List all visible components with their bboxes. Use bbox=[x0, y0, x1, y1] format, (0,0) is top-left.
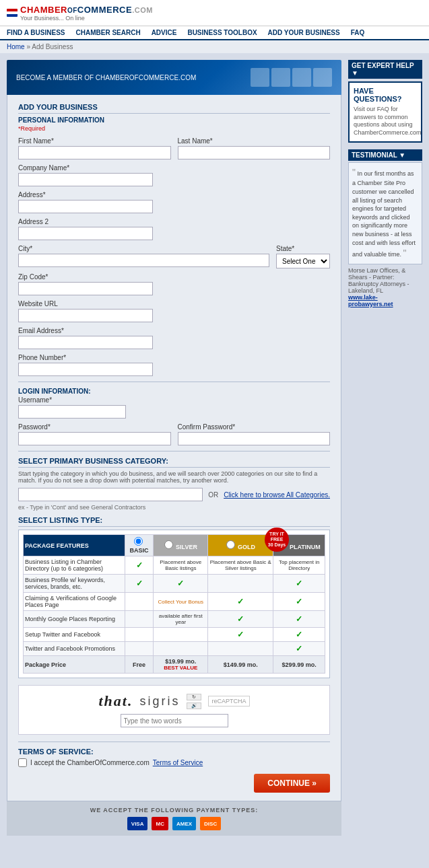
expert-help-section: GET EXPERT HELP ▼ HAVE QUESTIONS? Visit … bbox=[348, 60, 422, 143]
table-row: Twitter and Facebook Promotions ✓ bbox=[24, 642, 325, 656]
price-label: Package Price bbox=[24, 656, 125, 674]
company-name-input[interactable] bbox=[18, 173, 153, 186]
website-label: Website URL bbox=[18, 300, 330, 308]
nav-faq[interactable]: FAQ bbox=[351, 29, 365, 36]
browse-categories-link[interactable]: Click here to browse All Categories. bbox=[224, 491, 330, 499]
banner: BECOME A MEMBER OF CHAMBEROFCOMMERCE.COM bbox=[7, 60, 341, 95]
address2-row: Address 2 bbox=[18, 218, 330, 240]
quote-close: " bbox=[403, 248, 407, 258]
header: CHAMBEROFCOMMERCE.COM Your Business... O… bbox=[0, 0, 429, 26]
terms-check-row: I accept the ChamberOfCommerce.com Terms… bbox=[18, 758, 330, 767]
password-group: Password* bbox=[18, 423, 171, 445]
payment-footer: WE ACCEPT THE FOLLOWING PAYMENT TYPES: V… bbox=[7, 801, 341, 836]
captcha-word2: sigris bbox=[139, 694, 180, 709]
basic-3 bbox=[125, 593, 153, 611]
phone-input[interactable] bbox=[18, 363, 153, 376]
captcha-icon-1[interactable]: ↻ bbox=[187, 694, 201, 700]
name-row: First Name* Last Name* bbox=[18, 137, 330, 159]
try-badge-line2: FREE bbox=[271, 537, 284, 542]
confirm-password-input[interactable] bbox=[178, 432, 331, 445]
zip-row: Zip Code* bbox=[18, 273, 330, 295]
form-container: ADD YOUR BUSINESS PERSONAL INFORMATION *… bbox=[7, 95, 341, 801]
last-name-input[interactable] bbox=[178, 146, 331, 159]
main-layout: BECOME A MEMBER OF CHAMBEROFCOMMERCE.COM… bbox=[0, 53, 429, 842]
basic-6 bbox=[125, 642, 153, 656]
address-input[interactable] bbox=[18, 200, 153, 213]
try-it-badge: TRY IT FREE 30 Days bbox=[265, 528, 289, 552]
email-label: Email Address* bbox=[18, 327, 330, 334]
nav-bar: FIND A BUSINESS CHAMBER SEARCH ADVICE BU… bbox=[0, 26, 429, 40]
col-basic: BASIC bbox=[125, 535, 153, 556]
captcha-icon-2[interactable]: 🔊 bbox=[187, 702, 201, 709]
category-input-row: OR Click here to browse All Categories. bbox=[18, 488, 330, 501]
testimonial-detail: Bankruptcy Attorneys - Lakeland, FL bbox=[348, 281, 422, 294]
phone-row: Phone Number* bbox=[18, 354, 330, 376]
package-table: PACKAGE FEATURES BASIC SILVER GOLD bbox=[23, 534, 325, 674]
continue-button[interactable]: CONTINUE » bbox=[254, 774, 330, 793]
price-platinum: $299.99 mo. bbox=[273, 656, 325, 674]
breadcrumb-current: Add Business bbox=[32, 43, 73, 50]
basic-radio[interactable] bbox=[134, 537, 143, 546]
gold-5: ✓ bbox=[208, 628, 273, 642]
price-silver: $19.99 mo.BEST VALUE bbox=[154, 656, 208, 674]
basic-5 bbox=[125, 628, 153, 642]
username-input[interactable] bbox=[18, 405, 126, 419]
address2-input[interactable] bbox=[18, 227, 153, 240]
silver-5 bbox=[154, 628, 208, 642]
company-name-label: Company Name* bbox=[18, 164, 330, 172]
captcha-icons: ↻ 🔊 bbox=[187, 694, 201, 709]
breadcrumb-home[interactable]: Home bbox=[7, 43, 25, 50]
have-questions-text: Visit our FAQ for answers to common ques… bbox=[354, 106, 417, 137]
payment-cards: VISA MC AMEX DISC bbox=[12, 817, 336, 830]
banner-img-2 bbox=[271, 68, 290, 87]
price-row: Package Price Free $19.99 mo.BEST VALUE … bbox=[24, 656, 325, 674]
login-section-title: LOGIN INFORMATION: bbox=[18, 388, 330, 395]
captcha-input[interactable] bbox=[121, 714, 228, 727]
terms-checkbox[interactable] bbox=[18, 758, 27, 767]
silver-3: Collect Your Bonus bbox=[154, 593, 208, 611]
nav-find-business[interactable]: FIND A BUSINESS bbox=[7, 29, 65, 36]
banner-title: BECOME A MEMBER OF CHAMBEROFCOMMERCE.COM bbox=[16, 74, 251, 81]
expert-help-title: GET EXPERT HELP ▼ bbox=[348, 60, 422, 79]
category-note: Start typing the category in which you d… bbox=[18, 470, 330, 484]
email-input[interactable] bbox=[18, 336, 153, 349]
feature-2: Business Profile w/ keywords, services, … bbox=[24, 575, 125, 593]
banner-title-text: BECOME A MEMBER OF CHAMBEROFCOMMERCE.COM bbox=[16, 74, 251, 81]
breadcrumb: Home » Add Business bbox=[0, 40, 429, 53]
zip-input[interactable] bbox=[18, 282, 153, 295]
silver-6 bbox=[154, 642, 208, 656]
package-container: TRY IT FREE 30 Days PACKAGE FEATURES BAS… bbox=[18, 530, 330, 678]
gold-radio[interactable] bbox=[226, 540, 235, 549]
first-name-input[interactable] bbox=[18, 146, 171, 159]
city-input[interactable] bbox=[18, 254, 269, 267]
state-select[interactable]: Select One bbox=[276, 254, 330, 268]
nav-advice[interactable]: ADVICE bbox=[152, 29, 177, 36]
address2-label: Address 2 bbox=[18, 218, 330, 225]
table-row: Claiming & Verifications of Google Place… bbox=[24, 593, 325, 611]
website-input[interactable] bbox=[18, 309, 153, 322]
website-row: Website URL bbox=[18, 300, 330, 322]
username-label: Username* bbox=[18, 396, 330, 404]
gold-1: Placement above Basic & Silver listings bbox=[208, 556, 273, 575]
terms-link[interactable]: Terms of Service bbox=[153, 759, 203, 766]
try-badge-line3: 30 Days bbox=[268, 542, 286, 548]
platinum-3: ✓ bbox=[273, 593, 325, 611]
try-badge-line1: TRY IT bbox=[269, 532, 284, 537]
mastercard-card: MC bbox=[152, 817, 168, 830]
table-row: Business Listing in Chamber Directory (u… bbox=[24, 556, 325, 575]
basic-2: ✓ bbox=[125, 575, 153, 593]
testimonial-author: Morse Law Offices, & Shears - Partner: B… bbox=[348, 267, 422, 308]
feature-3: Claiming & Verifications of Google Place… bbox=[24, 593, 125, 611]
silver-radio[interactable] bbox=[164, 540, 173, 549]
nav-add-your-business[interactable]: ADD YOUR BUSINESS bbox=[268, 29, 340, 36]
password-input[interactable] bbox=[18, 432, 171, 445]
nav-chamber-search[interactable]: CHAMBER SEARCH bbox=[76, 29, 141, 36]
col-gold: GOLD bbox=[208, 535, 273, 556]
nav-business-toolbox[interactable]: BUSINESS TOOLBOX bbox=[187, 29, 257, 36]
sidebar: GET EXPERT HELP ▼ HAVE QUESTIONS? Visit … bbox=[348, 60, 422, 836]
category-search-input[interactable] bbox=[18, 488, 203, 501]
gold-2 bbox=[208, 575, 273, 593]
testimonial-text: " In our first months as a Chamber Site … bbox=[348, 162, 422, 264]
password-label: Password* bbox=[18, 423, 171, 431]
testimonial-link[interactable]: www.lake-probawyers.net bbox=[348, 294, 393, 308]
